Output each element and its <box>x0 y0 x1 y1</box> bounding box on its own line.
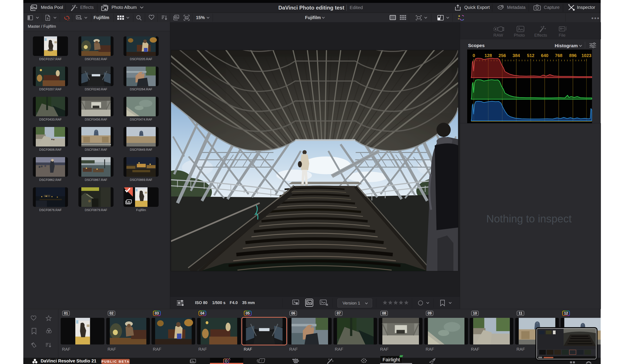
svg-text:896: 896 <box>569 53 577 58</box>
svg-text:1023: 1023 <box>582 53 592 58</box>
svg-text:256: 256 <box>499 53 506 58</box>
svg-text:384: 384 <box>512 53 520 58</box>
svg-text:0: 0 <box>472 53 475 58</box>
svg-text:640: 640 <box>541 53 548 58</box>
svg-text:128: 128 <box>485 53 492 58</box>
svg-text:512: 512 <box>527 53 534 58</box>
svg-text:768: 768 <box>555 53 562 58</box>
